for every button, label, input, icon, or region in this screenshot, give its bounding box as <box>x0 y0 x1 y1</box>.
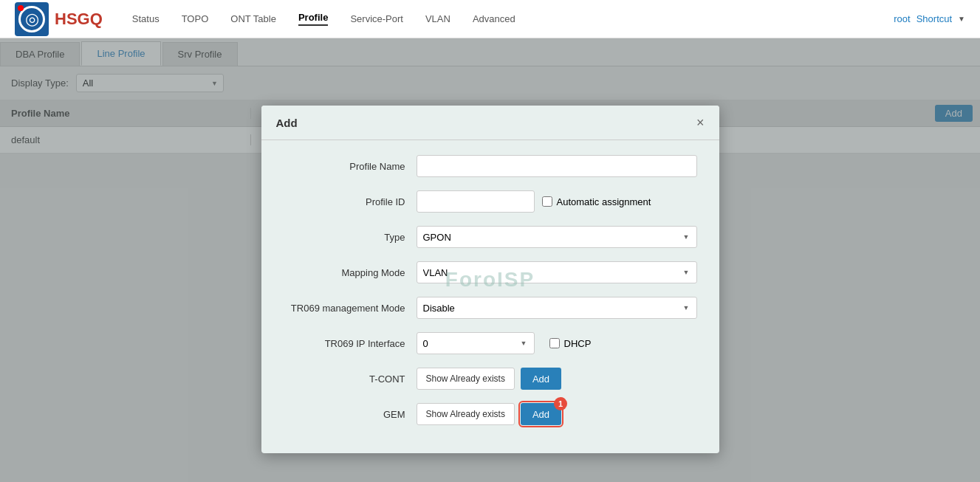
auto-assignment-checkbox[interactable] <box>542 196 552 207</box>
tr069-mode-select[interactable]: Disable Enable <box>417 297 697 319</box>
tr069-mode-row: TR069 management Mode Disable Enable <box>284 297 697 319</box>
tr069-ip-label: TR069 IP Interface <box>284 338 417 349</box>
tcont-show-exists-button[interactable]: Show Already exists <box>417 368 515 390</box>
tr069-ip-row: TR069 IP Interface 0 1 DHCP <box>284 332 697 354</box>
type-select[interactable]: GPON EPON <box>417 226 697 248</box>
tr069-ip-select-wrap: 0 1 <box>417 332 535 354</box>
nav-user[interactable]: root <box>894 13 910 24</box>
tcont-label: T-CONT <box>284 373 417 385</box>
type-label: Type <box>284 232 417 243</box>
modal-add: ForoISP Add × Profile Name Profile ID <box>261 106 719 453</box>
profile-name-row: Profile Name <box>284 155 697 177</box>
type-select-wrap: GPON EPON <box>417 226 697 248</box>
profile-id-row: Profile ID Automatic assignment <box>284 190 697 213</box>
logo-icon <box>15 2 49 36</box>
modal-title: Add <box>276 117 298 129</box>
auto-assignment-group: Automatic assignment <box>542 196 651 207</box>
type-row: Type GPON EPON <box>284 226 697 248</box>
gem-row: GEM Show Already exists Add 1 <box>284 403 697 425</box>
nav-link-topo[interactable]: TOPO <box>182 13 209 24</box>
logo-area: HSGQ <box>15 2 103 36</box>
gem-badge: 1 <box>554 397 567 410</box>
profile-id-label: Profile ID <box>284 196 417 207</box>
nav-link-vlan[interactable]: VLAN <box>425 13 450 24</box>
modal-close-button[interactable]: × <box>696 116 705 129</box>
nav-link-profile[interactable]: Profile <box>298 12 328 26</box>
nav-link-advanced[interactable]: Advanced <box>473 13 515 24</box>
nav-link-service-port[interactable]: Service-Port <box>350 13 403 24</box>
gem-label: GEM <box>284 409 417 420</box>
nav-links: Status TOPO ONT Table Profile Service-Po… <box>132 12 894 26</box>
gem-show-exists-button[interactable]: Show Already exists <box>417 403 515 425</box>
profile-id-input[interactable] <box>417 190 535 213</box>
modal-header: Add × <box>261 106 719 140</box>
shortcut-chevron-icon[interactable]: ▼ <box>958 15 965 23</box>
dhcp-checkbox[interactable] <box>549 338 560 348</box>
nav-shortcut[interactable]: Shortcut <box>916 13 952 24</box>
modal-body: Profile Name Profile ID Automatic assign… <box>261 140 719 453</box>
top-nav: HSGQ Status TOPO ONT Table Profile Servi… <box>0 0 980 38</box>
logo-dot <box>18 5 24 11</box>
mapping-mode-row: Mapping Mode VLAN GEM <box>284 261 697 283</box>
modal-overlay: ForoISP Add × Profile Name Profile ID <box>0 38 980 482</box>
tr069-ip-select[interactable]: 0 1 <box>417 332 535 354</box>
nav-link-status[interactable]: Status <box>132 13 160 24</box>
dhcp-label: DHCP <box>564 338 592 349</box>
profile-name-input[interactable] <box>417 155 697 177</box>
mapping-mode-select-wrap: VLAN GEM <box>417 261 697 283</box>
tr069-mode-label: TR069 management Mode <box>284 303 417 314</box>
mapping-mode-select[interactable]: VLAN GEM <box>417 261 697 283</box>
tcont-add-button[interactable]: Add <box>521 368 561 390</box>
mapping-mode-label: Mapping Mode <box>284 267 417 278</box>
dhcp-group: DHCP <box>549 338 592 349</box>
gem-add-wrap: Add 1 <box>515 403 561 425</box>
tcont-row: T-CONT Show Already exists Add <box>284 368 697 390</box>
profile-id-group: Automatic assignment <box>417 190 651 213</box>
bg-page: DBA Profile Line Profile Srv Profile Dis… <box>0 38 980 482</box>
profile-name-label: Profile Name <box>284 161 417 172</box>
tr069-mode-select-wrap: Disable Enable <box>417 297 697 319</box>
logo-text: HSGQ <box>55 10 103 29</box>
nav-right: root Shortcut ▼ <box>894 13 965 24</box>
auto-assignment-label: Automatic assignment <box>557 196 651 207</box>
nav-link-ont-table[interactable]: ONT Table <box>230 13 276 24</box>
